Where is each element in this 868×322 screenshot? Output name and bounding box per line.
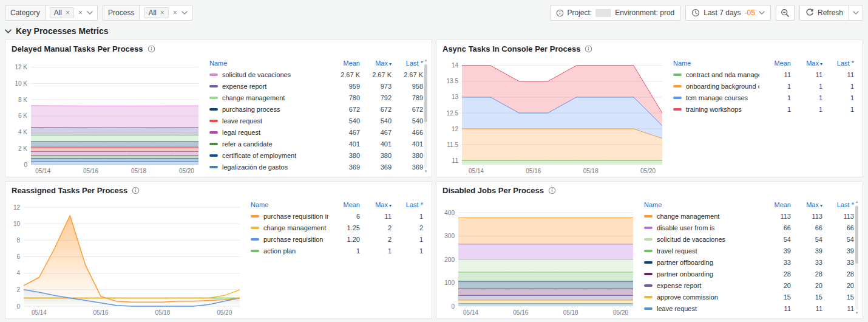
- scroll-down-icon[interactable]: ▾: [425, 169, 427, 174]
- scroll-up-icon[interactable]: ▴: [856, 199, 858, 204]
- info-icon[interactable]: [585, 45, 592, 53]
- scrollbar-thumb[interactable]: [855, 206, 858, 264]
- filter-process: Process All × ×: [103, 5, 192, 21]
- series-max: 11: [360, 213, 392, 220]
- refresh-interval-dropdown[interactable]: [849, 5, 863, 21]
- series-name-cell: leave request: [209, 117, 328, 125]
- legend-row[interactable]: leave request540540540: [209, 115, 423, 126]
- filter-category-value-box[interactable]: All × ×: [45, 5, 98, 21]
- chevron-down-icon[interactable]: [87, 11, 93, 15]
- series-mean: 54: [759, 236, 791, 243]
- series-mean: 113: [759, 213, 791, 220]
- legend-row[interactable]: training workshops111: [673, 103, 854, 115]
- legend-row[interactable]: purchasing process672672672: [209, 103, 423, 115]
- chart-plot-area[interactable]: 02 K4 K6 K8 K10 K12 K05/1405/1605/1805/2…: [9, 56, 203, 176]
- svg-text:05/16: 05/16: [93, 309, 109, 316]
- legend-row[interactable]: partner offboarding333333: [644, 256, 854, 268]
- remove-value-icon[interactable]: ×: [66, 10, 70, 16]
- legend-row[interactable]: change management1.2522: [251, 222, 423, 233]
- series-name-cell: purchase requisition: [251, 236, 328, 243]
- legend-row[interactable]: solicitud de vacaciones545454: [644, 233, 854, 245]
- legend-col-last[interactable]: Last *: [822, 201, 854, 208]
- legend-col-max[interactable]: Max▾: [791, 201, 822, 208]
- legend-scrollbar[interactable]: ▴▾: [854, 199, 860, 315]
- time-series-chart[interactable]: 02 K4 K6 K8 K10 K12 K05/1405/1605/1805/2…: [9, 56, 203, 176]
- legend-row[interactable]: change management113113113: [644, 210, 854, 222]
- legend-col-name[interactable]: Name: [673, 60, 759, 67]
- zoom-out-button[interactable]: [776, 5, 795, 21]
- project-label: Project:: [568, 9, 592, 17]
- chevron-down-icon[interactable]: [181, 11, 188, 15]
- legend-col-max[interactable]: Max▾: [360, 201, 392, 208]
- info-icon[interactable]: [147, 45, 155, 53]
- panel-title[interactable]: Delayed Manual Tasks Per Process: [12, 44, 143, 53]
- legend-row[interactable]: refer a candidate401401401: [209, 138, 423, 149]
- legend-col-last[interactable]: Last *: [392, 60, 423, 67]
- legend-row[interactable]: travel request393939: [644, 245, 854, 256]
- legend-col-name[interactable]: Name: [644, 201, 759, 208]
- legend-col-max[interactable]: Max▾: [360, 60, 392, 67]
- clear-filter-icon[interactable]: ×: [78, 10, 83, 16]
- legend-row[interactable]: purchase requisition1.2021: [251, 233, 423, 245]
- legend-row[interactable]: certificate of employment380380380: [209, 149, 423, 161]
- scrollbar-track[interactable]: [424, 63, 427, 168]
- legend-col-name[interactable]: Name: [209, 60, 328, 67]
- scrollbar-track[interactable]: [855, 205, 858, 310]
- filter-category-value-pill[interactable]: All ×: [50, 7, 74, 18]
- info-icon[interactable]: [548, 187, 556, 194]
- time-series-chart[interactable]: 02468101205/1405/1605/1805/20: [9, 197, 245, 317]
- legend-row[interactable]: action plan111: [251, 245, 423, 256]
- series-name: legalización de gastos: [222, 163, 288, 171]
- scroll-down-icon[interactable]: ▾: [856, 310, 858, 315]
- legend-row[interactable]: partner onboarding282828: [644, 268, 854, 279]
- svg-text:0: 0: [24, 162, 27, 168]
- panel-title[interactable]: Async Tasks In Console Per Process: [442, 44, 580, 53]
- time-series-chart[interactable]: 1111.51212.51313.51405/1405/1605/1805/20: [440, 56, 667, 176]
- series-name: solicitud de vacaciones: [657, 236, 725, 243]
- legend-row[interactable]: expense report202020: [644, 279, 854, 291]
- chart-plot-area[interactable]: 010020030040005/1405/1605/1805/20: [440, 197, 638, 317]
- chart-plot-area[interactable]: 02468101205/1405/1605/1805/20: [9, 197, 245, 317]
- legend-row[interactable]: onboarding background checks111: [673, 80, 854, 92]
- legend-row[interactable]: tcm manage courses111: [673, 92, 854, 103]
- legend-row[interactable]: approve commission151515: [644, 291, 854, 303]
- legend-col-mean[interactable]: Mean: [328, 201, 360, 208]
- legend-row[interactable]: purchase requisition invoices6111: [251, 210, 423, 222]
- clear-filter-icon[interactable]: ×: [173, 10, 177, 16]
- legend-col-mean[interactable]: Mean: [759, 60, 791, 67]
- refresh-button[interactable]: Refresh: [799, 5, 849, 21]
- legend-row[interactable]: leave request111111: [644, 303, 854, 314]
- legend-col-max[interactable]: Max▾: [791, 60, 822, 67]
- series-name-cell: refer a candidate: [209, 140, 328, 148]
- section-row-toggle[interactable]: Key Processes Metrics: [0, 21, 868, 39]
- legend-col-mean[interactable]: Mean: [759, 201, 791, 208]
- time-range-picker[interactable]: Last 7 days -05: [685, 5, 771, 21]
- time-series-chart[interactable]: 010020030040005/1405/1605/1805/20: [440, 197, 638, 317]
- legend-row[interactable]: disable user from is666666: [644, 222, 854, 233]
- legend-row[interactable]: contract and nda management111111: [673, 69, 854, 80]
- legend-col-last[interactable]: Last *: [392, 201, 423, 208]
- legend-row[interactable]: legal request467467466: [209, 126, 423, 138]
- series-swatch: [644, 238, 653, 241]
- chart-plot-area[interactable]: 1111.51212.51313.51405/1405/1605/1805/20: [440, 56, 667, 176]
- legend-row[interactable]: solicitud de vacaciones2.67 K2.67 K2.67 …: [209, 69, 423, 80]
- legend-col-mean[interactable]: Mean: [328, 60, 360, 67]
- legend-scrollbar[interactable]: ▴▾: [423, 58, 429, 174]
- panel-title[interactable]: Disabled Jobs Per Process: [442, 186, 544, 195]
- legend-col-name[interactable]: Name: [251, 201, 328, 208]
- remove-value-icon[interactable]: ×: [160, 10, 164, 16]
- filter-process-value-box[interactable]: All × ×: [139, 5, 192, 21]
- svg-text:11.5: 11.5: [447, 142, 458, 148]
- legend-row[interactable]: change management780792789: [209, 92, 423, 103]
- legend-row[interactable]: expense report959973958: [209, 80, 423, 92]
- series-max: 2: [360, 224, 392, 231]
- legend-col-last[interactable]: Last *: [822, 60, 854, 67]
- legend-row[interactable]: legalización de gastos369369369: [209, 161, 423, 173]
- series-name: certificate of employment: [222, 152, 296, 159]
- series-swatch: [644, 273, 653, 275]
- filter-process-value-pill[interactable]: All ×: [144, 7, 168, 18]
- scroll-up-icon[interactable]: ▴: [425, 58, 427, 63]
- scrollbar-thumb[interactable]: [424, 64, 427, 122]
- info-icon[interactable]: [132, 187, 140, 194]
- panel-title[interactable]: Reassigned Tasks Per Process: [12, 186, 127, 195]
